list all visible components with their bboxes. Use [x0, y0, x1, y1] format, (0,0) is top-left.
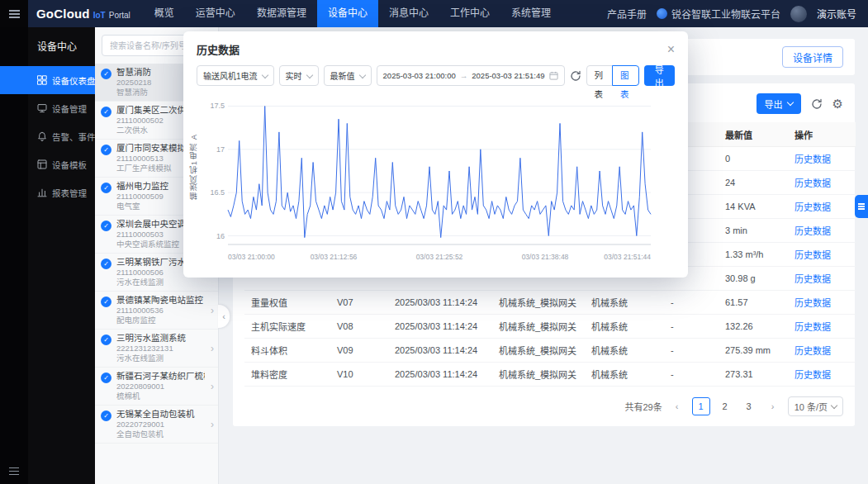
list-view-button[interactable]: 列表 — [586, 65, 614, 86]
table-cell: 24 — [719, 171, 788, 195]
table-cell: - — [664, 339, 719, 363]
device-tree-item[interactable]: ✓三明污水监测系统2221231232131污水在线监测› — [95, 330, 218, 368]
sidebar-item-label: 设备管理 — [52, 102, 87, 115]
modal-export-button[interactable]: 导出 — [644, 65, 675, 86]
top-nav-item[interactable]: 消息中心 — [378, 0, 439, 27]
sidebar-item[interactable]: 报表管理 — [0, 178, 95, 206]
property-select[interactable]: 输送风机1电流 — [197, 65, 274, 86]
sidebar-item[interactable]: 设备仪表盘 — [0, 66, 95, 94]
online-check-icon: ✓ — [101, 145, 111, 155]
history-data-link[interactable]: 历史数据 — [794, 370, 831, 380]
next-page-button[interactable]: › — [764, 397, 782, 415]
device-tree-item[interactable]: ✓景德镇某陶瓷电站监控21110000536配电房监控› — [95, 292, 218, 330]
device-name: 景德镇某陶瓷电站监控 — [116, 295, 205, 306]
mode-select[interactable]: 实时 — [279, 65, 319, 86]
table-cell: 机械系统_模拟网关 — [492, 291, 585, 315]
sidebar-item[interactable]: 设备模板 — [0, 150, 95, 178]
chevron-down-icon — [358, 71, 365, 78]
panel-list-icon — [858, 203, 865, 205]
history-data-link[interactable]: 历史数据 — [794, 346, 831, 356]
device-tree-item[interactable]: ✓新疆石河子某纺织厂梳棉机20220809001梳棉机› — [95, 368, 218, 406]
sidebar-item[interactable]: 设备管理 — [0, 94, 95, 122]
chevron-right-icon: › — [211, 343, 214, 354]
sidebar-item-label: 设备模板 — [52, 159, 87, 171]
page-number-button[interactable]: 3 — [740, 397, 758, 415]
table-cell: - — [664, 291, 719, 315]
modal-filters: 输送风机1电流 实时 最新值 2025-03-03 21:00:00 → 202… — [183, 64, 688, 86]
top-nav-item[interactable]: 设备中心 — [317, 0, 378, 27]
device-category: 污水在线监测 — [116, 354, 205, 363]
platform-logo-icon — [657, 8, 667, 19]
avatar[interactable] — [790, 6, 807, 22]
table-cell: 1.33 m³/h — [719, 243, 788, 267]
pagination-total: 共有29条 — [624, 400, 662, 413]
sidebar-item[interactable]: 告警、事件与故障 — [0, 122, 95, 150]
rail-bottom-button[interactable] — [0, 467, 28, 477]
y-axis-label: 输送风机1电流 A — [188, 134, 200, 200]
topbar: GoCloud IoT Portal 概览运营中心数据源管理设备中心消息中心工作… — [0, 0, 868, 27]
top-nav-item[interactable]: 工作中心 — [439, 0, 500, 27]
modal-title: 历史数据 — [197, 41, 240, 57]
device-category: 配电房监控 — [116, 316, 205, 325]
table-cell: 历史数据 — [788, 219, 856, 243]
mode-select-value: 实时 — [286, 69, 302, 82]
history-data-link[interactable]: 历史数据 — [794, 298, 831, 308]
device-detail-button[interactable]: 设备详情 — [782, 46, 843, 68]
history-data-link[interactable]: 历史数据 — [794, 274, 831, 284]
device-name: 新疆石河子某纺织厂梳棉机 — [116, 371, 205, 382]
table-cell: 历史数据 — [788, 363, 856, 387]
online-check-icon: ✓ — [101, 221, 111, 231]
date-range-picker[interactable]: 2025-03-03 21:00:00 → 2025-03-03 21:51:4… — [377, 65, 565, 86]
history-data-link[interactable]: 历史数据 — [794, 202, 831, 212]
online-check-icon: ✓ — [101, 183, 111, 193]
page-number-button[interactable]: 1 — [692, 397, 710, 415]
close-icon[interactable]: × — [667, 43, 675, 56]
device-name: 无锡某全自动包装机 — [116, 409, 205, 420]
side-widget-tab[interactable] — [855, 195, 868, 218]
top-nav-item[interactable]: 概览 — [144, 0, 185, 27]
table-cell: 堆料密度 — [244, 363, 330, 387]
modal-refresh-icon[interactable] — [570, 70, 581, 82]
refresh-icon[interactable] — [811, 98, 823, 110]
online-check-icon: ✓ — [101, 69, 111, 79]
device-serial: 21110000536 — [116, 306, 205, 316]
table-cell: 机械系统_模拟网关 — [492, 315, 585, 339]
table-cell: 历史数据 — [788, 267, 856, 291]
chart-view-button[interactable]: 图表 — [612, 65, 639, 86]
table-cell: V09 — [330, 339, 388, 363]
online-check-icon: ✓ — [101, 372, 111, 383]
history-data-link[interactable]: 历史数据 — [794, 322, 831, 332]
table-row: 重量权值V072025/03/03 11:14:24机械系统_模拟网关机械系统-… — [244, 291, 856, 315]
history-data-modal: 历史数据 × 输送风机1电流 实时 最新值 2025-03-03 21:00:0… — [183, 31, 688, 278]
module-menu: 设备仪表盘设备管理告警、事件与故障设备模板报表管理 — [0, 66, 95, 206]
settings-gear-icon[interactable]: ⚙ — [832, 97, 843, 110]
prev-page-button[interactable]: ‹ — [668, 397, 686, 415]
device-category: 全自动包装机 — [116, 429, 205, 439]
history-data-link[interactable]: 历史数据 — [794, 226, 831, 236]
aggregate-select[interactable]: 最新值 — [324, 65, 372, 86]
history-data-link[interactable]: 历史数据 — [794, 250, 831, 260]
table-cell: 机械系统 — [585, 339, 664, 363]
table-cell: 历史数据 — [788, 195, 856, 219]
top-nav-item[interactable]: 数据源管理 — [246, 0, 317, 27]
top-nav-item[interactable]: 运营中心 — [185, 0, 246, 27]
history-chart: 输送风机1电流 A 1616.51717.503/03 21:00:0003/0… — [183, 86, 688, 269]
device-tree-item[interactable]: ✓无锡某全自动包装机20220729001全自动包装机› — [95, 406, 218, 444]
menu-toggle-button[interactable] — [0, 0, 28, 27]
view-toggle: 列表 图表 — [586, 65, 639, 86]
property-select-value: 输送风机1电流 — [203, 69, 258, 82]
table-cell: V10 — [330, 363, 388, 387]
page-size-select[interactable]: 10 条/页 — [788, 396, 843, 416]
account-name[interactable]: 演示账号 — [817, 7, 856, 21]
table-cell: 61.57 — [719, 291, 788, 315]
aggregate-select-value: 最新值 — [330, 69, 355, 82]
top-nav-item[interactable]: 系统管理 — [500, 0, 562, 27]
history-data-link[interactable]: 历史数据 — [794, 154, 831, 164]
logo-iot-text: IoT — [93, 11, 106, 20]
export-button[interactable]: 导出 — [757, 93, 801, 114]
platform-name: 锐谷智联工业物联云平台 — [657, 7, 780, 21]
svg-text:16.5: 16.5 — [210, 188, 225, 197]
history-data-link[interactable]: 历史数据 — [794, 178, 831, 188]
page-number-button[interactable]: 2 — [716, 397, 734, 415]
product-manual-link[interactable]: 产品手册 — [607, 7, 647, 21]
